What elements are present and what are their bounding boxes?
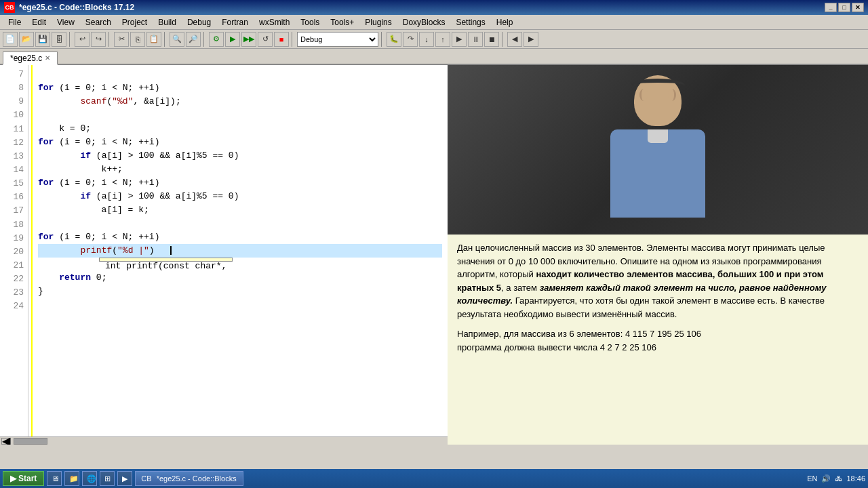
taskbar-ie-btn[interactable]: 🖥 — [47, 471, 62, 486]
new-button[interactable]: 📄 — [3, 32, 18, 47]
undo-button[interactable]: ↩ — [75, 32, 90, 47]
tabbar: *ege25.c ✕ — [0, 49, 868, 65]
task-example: Например, для массива из 6 элементов: 4 … — [457, 327, 859, 354]
code-line-13: if (a[i] > 100 && a[i]%5 == 0) — [38, 149, 442, 163]
code-line-21: int printf(const char*, — [38, 258, 442, 271]
menu-doxyblocks[interactable]: DoxyBlocks — [397, 16, 451, 28]
rebuild-btn[interactable]: ↺ — [258, 32, 273, 47]
menu-build[interactable]: Build — [153, 16, 182, 28]
menubar: File Edit View Search Project Build Debu… — [0, 15, 868, 30]
minimize-button[interactable]: _ — [825, 3, 837, 12]
copy-button[interactable]: ⎘ — [130, 32, 145, 47]
step-over-btn[interactable]: ↷ — [403, 32, 418, 47]
task-text: Дан целочисленный массив из 30 элементов… — [457, 241, 859, 321]
code-line-18 — [38, 217, 442, 230]
person-body — [610, 129, 705, 218]
code-line-19: for (i = 0; i < N; ++i) — [38, 230, 442, 244]
lang-indicator: EN — [807, 474, 817, 483]
separator-3 — [164, 32, 167, 47]
redo-button[interactable]: ↪ — [91, 32, 106, 47]
continue-btn[interactable]: ▶ — [452, 32, 467, 47]
code-line-12: for (i = 0; i < N; ++i) — [38, 136, 442, 149]
separator-2 — [108, 32, 111, 47]
window-controls: _ □ ✕ — [825, 3, 864, 12]
code-line-9: scanf("%d", &a[i]); — [38, 95, 442, 108]
person-silhouette — [590, 75, 726, 224]
tab-close-icon[interactable]: ✕ — [45, 54, 50, 62]
save-button[interactable]: 💾 — [35, 32, 50, 47]
step-into-btn[interactable]: ↓ — [419, 32, 434, 47]
webcam-view — [448, 65, 868, 235]
replace-button[interactable]: 🔎 — [186, 32, 201, 47]
app-icon: CB — [4, 2, 15, 13]
find-button[interactable]: 🔍 — [170, 32, 184, 47]
taskbar-media-btn[interactable]: ▶ — [117, 471, 132, 486]
maximize-button[interactable]: □ — [838, 3, 850, 12]
main-area: 7 8 9 10 11 12 13 14 15 16 17 18 19 20 2… — [0, 65, 868, 445]
code-editor[interactable]: for (i = 0; i < N; ++i) scanf("%d", &a[i… — [33, 65, 448, 436]
code-line-14: k++; — [38, 163, 442, 176]
horizontal-scrollbar[interactable]: ◀ — [0, 436, 448, 445]
person-head — [634, 75, 682, 126]
code-line-11: k = 0; — [38, 122, 442, 136]
taskbar-chrome-btn[interactable]: 🌐 — [82, 471, 97, 486]
target-dropdown[interactable]: Debug Release — [297, 32, 378, 47]
nav-fwd-btn[interactable]: ▶ — [524, 32, 538, 47]
code-line-20: printf("%d |") — [38, 244, 442, 258]
menu-search[interactable]: Search — [80, 16, 117, 28]
paste-button[interactable]: 📋 — [146, 32, 161, 47]
code-line-15: for (i = 0; i < N; ++i) — [38, 176, 442, 190]
menu-wxsmith[interactable]: wxSmith — [254, 16, 295, 28]
step-out-btn[interactable]: ↑ — [435, 32, 450, 47]
editor-area[interactable]: 7 8 9 10 11 12 13 14 15 16 17 18 19 20 2… — [0, 65, 448, 445]
tab-label: *ege25.c — [10, 54, 42, 63]
build-btn[interactable]: ⚙ — [209, 32, 224, 47]
save-all-button[interactable]: 🗄 — [52, 32, 66, 47]
menu-settings[interactable]: Settings — [450, 16, 490, 28]
menu-project[interactable]: Project — [117, 16, 153, 28]
taskbar-explorer-btn[interactable]: 📁 — [64, 471, 79, 486]
pause-btn[interactable]: ⏸ — [468, 32, 483, 47]
tab-ege25[interactable]: *ege25.c ✕ — [3, 52, 58, 65]
toolbar-main: 📄 📂 💾 🗄 ↩ ↪ ✂ ⎘ 📋 🔍 🔎 ⚙ ▶ ▶▶ ↺ ■ Debug R… — [0, 30, 868, 49]
start-label: Start — [18, 474, 37, 483]
menu-file[interactable]: File — [3, 16, 26, 28]
menu-tools-plus[interactable]: Tools+ — [325, 16, 359, 28]
clock: 18:46 — [846, 474, 865, 483]
headphones — [631, 79, 685, 92]
taskbar-codeblocks-btn[interactable]: CB *ege25.c - Code::Blocks — [135, 471, 243, 486]
build-run-btn[interactable]: ▶▶ — [241, 32, 256, 47]
menu-help[interactable]: Help — [491, 16, 519, 28]
menu-tools[interactable]: Tools — [295, 16, 325, 28]
run-btn[interactable]: ▶ — [225, 32, 240, 47]
code-line-8: for (i = 0; i < N; ++i) — [38, 81, 442, 95]
start-icon: ▶ — [10, 474, 16, 483]
taskbar-win-btn[interactable]: ⊞ — [100, 471, 115, 486]
start-button[interactable]: ▶ Start — [3, 471, 44, 486]
debug-btn[interactable]: 🐛 — [387, 32, 401, 47]
menu-plugins[interactable]: Plugins — [359, 16, 397, 28]
menu-fortran[interactable]: Fortran — [216, 16, 254, 28]
code-line-7 — [38, 68, 442, 81]
nav-back-btn[interactable]: ◀ — [507, 32, 522, 47]
scroll-left-btn[interactable]: ◀ — [1, 438, 11, 445]
webcam-feed — [448, 65, 868, 235]
taskbar-app-label: *ege25.c - Code::Blocks — [157, 474, 237, 483]
code-line-23: } — [38, 285, 442, 298]
task-italic-1: заменяет каждый такой элемент на число, … — [457, 283, 827, 306]
menu-edit[interactable]: Edit — [26, 16, 52, 28]
menu-debug[interactable]: Debug — [182, 16, 216, 28]
cut-button[interactable]: ✂ — [114, 32, 129, 47]
stop-debug-btn[interactable]: ⏹ — [484, 32, 499, 47]
taskbar-app-icon: CB — [141, 474, 151, 483]
network-icon: 🖧 — [835, 474, 842, 483]
stop-btn[interactable]: ■ — [274, 32, 289, 47]
titlebar: CB *ege25.c - Code::Blocks 17.12 _ □ ✕ — [0, 0, 868, 15]
taskbar: ▶ Start 🖥 📁 🌐 ⊞ ▶ CB *ege25.c - Code::Bl… — [0, 469, 868, 488]
open-button[interactable]: 📂 — [19, 32, 34, 47]
code-line-10 — [38, 108, 442, 122]
menu-view[interactable]: View — [52, 16, 80, 28]
separator-4 — [203, 32, 206, 47]
scroll-thumb[interactable] — [14, 438, 47, 445]
close-button[interactable]: ✕ — [852, 3, 864, 12]
